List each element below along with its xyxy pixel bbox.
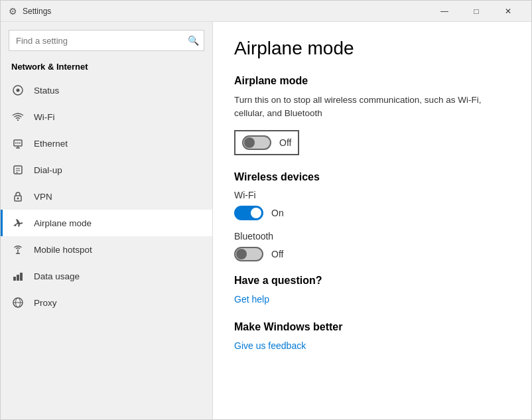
sidebar-item-vpn[interactable]: VPN <box>1 183 212 210</box>
sidebar-item-ethernet[interactable]: Ethernet <box>1 130 212 157</box>
sidebar-item-wifi-label: Wi-Fi <box>34 112 54 122</box>
sidebar-item-status[interactable]: Status <box>1 77 212 104</box>
sidebar-item-airplane[interactable]: Airplane mode <box>1 210 212 236</box>
airplane-description: Turn this on to stop all wireless commun… <box>234 94 510 121</box>
status-icon <box>11 84 25 97</box>
wifi-icon <box>11 110 25 123</box>
airplane-mode-toggle[interactable] <box>242 135 271 150</box>
page-title: Airplane mode <box>234 38 510 59</box>
minimize-button[interactable]: — <box>429 1 460 22</box>
bluetooth-toggle-label: Off <box>271 249 283 259</box>
bluetooth-toggle-knob <box>236 249 247 259</box>
settings-window: ⚙ Settings — □ ✕ 🔍 Network & Internet <box>0 0 532 420</box>
get-help-link[interactable]: Get help <box>234 294 269 305</box>
main-content: Airplane mode Airplane mode Turn this on… <box>213 22 531 419</box>
svg-rect-19 <box>17 275 19 281</box>
feedback-link[interactable]: Give us feedback <box>234 340 306 351</box>
search-container: 🔍 <box>9 30 204 51</box>
wifi-toggle-knob <box>251 208 261 218</box>
title-bar-title: Settings <box>23 7 51 16</box>
wifi-toggle[interactable] <box>234 206 263 220</box>
sidebar-item-datausage[interactable]: Data usage <box>1 263 212 289</box>
feedback-heading: Make Windows better <box>234 321 510 333</box>
feedback-section: Make Windows better Give us feedback <box>234 321 510 352</box>
settings-gear-icon: ⚙ <box>9 6 17 17</box>
sidebar-item-dialup-label: Dial-up <box>34 165 62 175</box>
title-bar: ⚙ Settings — □ ✕ <box>1 1 531 22</box>
title-bar-controls: — □ ✕ <box>429 1 523 22</box>
help-section: Have a question? Get help <box>234 275 510 305</box>
datausage-icon <box>11 269 25 283</box>
sidebar-item-wifi[interactable]: Wi-Fi <box>1 104 212 130</box>
svg-rect-20 <box>20 273 23 281</box>
airplane-heading: Airplane mode <box>234 75 510 87</box>
wifi-device-section: Wi-Fi On <box>234 190 510 220</box>
sidebar-item-datausage-label: Data usage <box>34 271 80 281</box>
sidebar-section-title: Network & Internet <box>1 59 212 77</box>
help-heading: Have a question? <box>234 275 510 287</box>
sidebar: 🔍 Network & Internet Status <box>1 22 213 419</box>
ethernet-icon <box>11 137 25 150</box>
search-icon: 🔍 <box>188 35 199 46</box>
sidebar-item-dialup[interactable]: Dial-up <box>1 157 212 183</box>
sidebar-item-airplane-label: Airplane mode <box>34 218 92 228</box>
sidebar-item-proxy[interactable]: Proxy <box>1 289 212 316</box>
sidebar-item-hotspot[interactable]: Mobile hotspot <box>1 236 212 263</box>
bluetooth-device-section: Bluetooth Off <box>234 231 510 261</box>
airplane-icon <box>11 216 25 230</box>
sidebar-item-status-label: Status <box>34 86 59 96</box>
sidebar-item-ethernet-label: Ethernet <box>34 139 68 149</box>
wireless-heading: Wireless devices <box>234 171 510 183</box>
bluetooth-toggle-row: Off <box>234 247 510 261</box>
wifi-toggle-row: On <box>234 206 510 220</box>
bluetooth-toggle[interactable] <box>234 247 263 261</box>
wifi-toggle-label: On <box>271 208 284 218</box>
airplane-toggle-knob <box>244 137 255 148</box>
wifi-device-name: Wi-Fi <box>234 190 510 200</box>
dialup-icon <box>11 163 25 176</box>
hotspot-icon <box>11 243 25 256</box>
sidebar-item-hotspot-label: Mobile hotspot <box>34 245 92 255</box>
sidebar-item-vpn-label: VPN <box>34 192 52 202</box>
bluetooth-device-name: Bluetooth <box>234 231 510 242</box>
svg-point-1 <box>17 89 20 92</box>
svg-point-2 <box>17 119 19 121</box>
content-area: 🔍 Network & Internet Status <box>1 22 531 419</box>
airplane-toggle-wrapper[interactable]: Off <box>234 130 299 155</box>
proxy-icon <box>11 296 25 309</box>
search-input[interactable] <box>9 30 204 51</box>
airplane-toggle-label: Off <box>279 137 291 148</box>
maximize-button[interactable]: □ <box>461 1 492 22</box>
close-button[interactable]: ✕ <box>493 1 523 22</box>
svg-point-14 <box>17 198 19 200</box>
svg-point-15 <box>17 250 19 251</box>
svg-rect-18 <box>13 277 16 281</box>
sidebar-item-proxy-label: Proxy <box>34 298 57 308</box>
vpn-icon <box>11 190 25 203</box>
